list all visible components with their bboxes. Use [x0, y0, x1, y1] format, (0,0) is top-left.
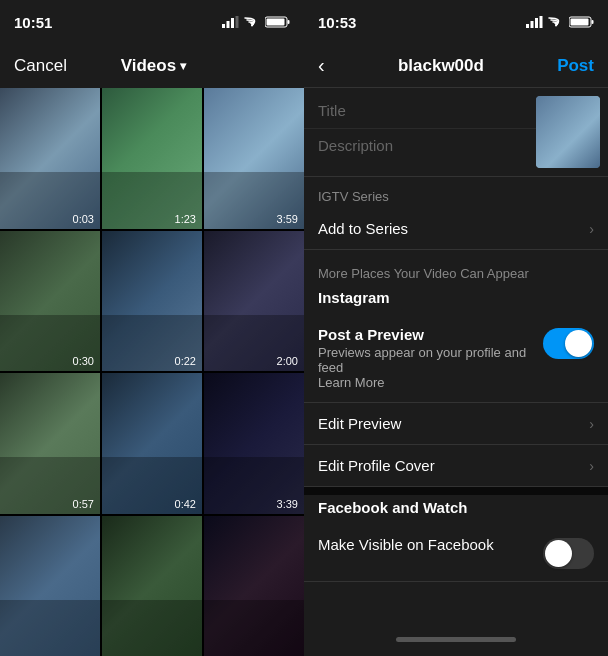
video-duration-5: 0:22: [175, 355, 196, 367]
make-visible-toggle[interactable]: [543, 538, 594, 569]
description-field[interactable]: Description: [304, 129, 536, 169]
edit-preview-label: Edit Preview: [318, 415, 401, 432]
back-button[interactable]: ‹: [318, 54, 325, 77]
more-places-label: More Places Your Video Can Appear: [304, 250, 608, 285]
svg-rect-8: [531, 21, 534, 28]
video-thumb-7[interactable]: 0:57: [0, 373, 100, 514]
signal-icon: [222, 16, 239, 28]
left-time: 10:51: [14, 14, 52, 31]
post-preview-toggle[interactable]: [543, 328, 594, 359]
video-thumb-9[interactable]: 3:39: [204, 373, 304, 514]
videos-dropdown-button[interactable]: Videos ▾: [121, 56, 186, 76]
video-duration-2: 1:23: [175, 213, 196, 225]
video-thumb-4[interactable]: 0:30: [0, 231, 100, 372]
home-indicator: [396, 637, 516, 642]
left-nav: Cancel Videos ▾: [0, 44, 304, 88]
facebook-watch-label: Facebook and Watch: [304, 495, 608, 524]
igtv-series-label: IGTV Series: [304, 177, 608, 208]
video-duration-9: 3:39: [277, 498, 298, 510]
section-divider: [304, 487, 608, 495]
video-grid: 0:03 1:23 3:59 0:30 0:22 2:00 0:57 0:42: [0, 88, 304, 656]
right-signal-icon: [526, 16, 543, 28]
right-panel: 10:53 ‹ blackw00d Post: [304, 0, 608, 656]
video-thumb-11[interactable]: [102, 516, 202, 657]
make-visible-content: Make Visible on Facebook: [318, 536, 531, 553]
svg-rect-9: [535, 18, 538, 28]
video-duration-3: 3:59: [277, 213, 298, 225]
post-preview-sublabel: Previews appear on your profile and feed: [318, 345, 531, 375]
svg-rect-10: [540, 16, 543, 28]
edit-profile-cover-row[interactable]: Edit Profile Cover ›: [304, 445, 608, 487]
wifi-icon: [244, 16, 260, 28]
thumbnail-image: [536, 96, 600, 168]
svg-rect-2: [231, 18, 234, 28]
svg-rect-7: [526, 24, 529, 28]
title-desc-fields: Title Description: [304, 88, 536, 176]
video-duration-6: 2:00: [277, 355, 298, 367]
video-thumb-10[interactable]: [0, 516, 100, 657]
video-thumb-3[interactable]: 3:59: [204, 88, 304, 229]
edit-preview-chevron-icon: ›: [589, 416, 594, 432]
edit-preview-row[interactable]: Edit Preview ›: [304, 403, 608, 445]
video-thumb-2[interactable]: 1:23: [102, 88, 202, 229]
right-time: 10:53: [318, 14, 356, 31]
svg-rect-13: [571, 19, 589, 26]
video-duration-1: 0:03: [73, 213, 94, 225]
right-status-bar: 10:53: [304, 0, 608, 44]
video-thumb-12[interactable]: [204, 516, 304, 657]
add-to-series-label: Add to Series: [318, 220, 408, 237]
svg-rect-6: [267, 19, 285, 26]
video-duration-8: 0:42: [175, 498, 196, 510]
video-duration-7: 0:57: [73, 498, 94, 510]
edit-profile-cover-label: Edit Profile Cover: [318, 457, 435, 474]
post-preview-row: Post a Preview Previews appear on your p…: [304, 314, 608, 403]
username-label: blackw00d: [398, 56, 484, 76]
add-to-series-row[interactable]: Add to Series ›: [304, 208, 608, 250]
make-visible-row: Make Visible on Facebook: [304, 524, 608, 582]
left-status-icons: [222, 16, 290, 28]
right-status-icons: [526, 16, 594, 28]
video-thumb-1[interactable]: 0:03: [0, 88, 100, 229]
svg-rect-12: [592, 20, 594, 24]
right-wifi-icon: [548, 16, 564, 28]
video-thumb-8[interactable]: 0:42: [102, 373, 202, 514]
title-field[interactable]: Title: [304, 88, 536, 129]
right-battery-icon: [569, 16, 594, 28]
cancel-button[interactable]: Cancel: [14, 56, 67, 76]
title-placeholder: Title: [318, 102, 346, 119]
video-thumb-6[interactable]: 2:00: [204, 231, 304, 372]
video-thumb-5[interactable]: 0:22: [102, 231, 202, 372]
svg-rect-0: [222, 24, 225, 28]
thumbnail-preview: [536, 96, 600, 168]
right-content: Title Description IGTV Series Add to Ser…: [304, 88, 608, 622]
edit-profile-cover-chevron-icon: ›: [589, 458, 594, 474]
battery-icon: [265, 16, 290, 28]
svg-rect-1: [227, 21, 230, 28]
learn-more-link[interactable]: Learn More: [318, 375, 531, 390]
svg-rect-3: [236, 16, 239, 28]
svg-rect-5: [288, 20, 290, 24]
description-placeholder: Description: [318, 137, 393, 154]
video-duration-4: 0:30: [73, 355, 94, 367]
make-visible-label: Make Visible on Facebook: [318, 536, 531, 553]
left-panel: 10:51 Cancel: [0, 0, 304, 656]
instagram-label: Instagram: [304, 285, 608, 314]
post-preview-content: Post a Preview Previews appear on your p…: [318, 326, 531, 390]
right-nav: ‹ blackw00d Post: [304, 44, 608, 88]
videos-chevron-icon: ▾: [180, 59, 186, 73]
post-preview-label: Post a Preview: [318, 326, 531, 343]
left-status-bar: 10:51: [0, 0, 304, 44]
post-button[interactable]: Post: [557, 56, 594, 76]
bottom-bar: [304, 622, 608, 656]
add-to-series-chevron-icon: ›: [589, 221, 594, 237]
title-desc-section: Title Description: [304, 88, 608, 177]
